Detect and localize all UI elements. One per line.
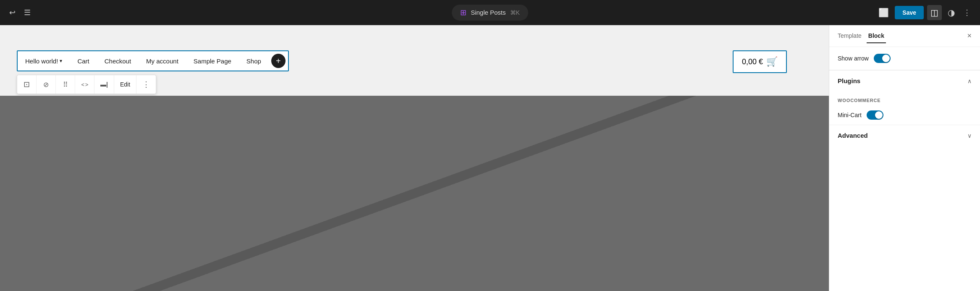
right-sidebar: Template Block × Show arrow Plugins ∧ WO…	[829, 25, 980, 291]
more-icon: ⋮	[963, 9, 971, 16]
cart-icon: 🛒	[766, 56, 778, 67]
block-drag-button[interactable]: ⠿	[56, 75, 75, 94]
save-button[interactable]: Save	[895, 6, 924, 19]
block-disable-button[interactable]: ⊘	[37, 75, 56, 94]
split-view-button[interactable]: ◫	[927, 5, 942, 20]
toolbar-right: ⬜ Save ◫ ◑ ⋮	[653, 5, 973, 20]
toolbar-center: ⊞ Single Posts ⌘K	[330, 5, 650, 21]
page-title: Single Posts	[471, 9, 506, 16]
contrast-icon: ◑	[948, 8, 955, 17]
more-options-button[interactable]: ⋮	[961, 6, 973, 19]
canvas-area: Hello world! ▾ Cart Checkout My account …	[0, 25, 829, 291]
toolbar-left: ↩ ☰	[7, 6, 327, 19]
top-toolbar: ↩ ☰ ⊞ Single Posts ⌘K ⬜ Save ◫ ◑ ⋮	[0, 0, 980, 25]
nav-item-checkout[interactable]: Checkout	[97, 52, 139, 70]
page-template-icon: ⊞	[460, 8, 466, 17]
split-view-icon: ◫	[930, 8, 938, 18]
nav-item-sample-page[interactable]: Sample Page	[186, 52, 239, 70]
disable-icon: ⊘	[43, 81, 49, 89]
block-arrows-button[interactable]: < >	[75, 75, 94, 94]
nav-item-my-account[interactable]: My account	[139, 52, 186, 70]
arrows-icon: < >	[81, 81, 88, 88]
undo-button[interactable]: ↩	[7, 6, 18, 19]
block-align-button[interactable]: ▬|	[94, 75, 114, 94]
plugins-section-header[interactable]: Plugins ∧	[829, 70, 980, 91]
drag-icon: ⠿	[63, 81, 68, 89]
mini-cart-row: Mini-Cart	[829, 105, 980, 125]
mini-cart-toggle[interactable]	[867, 110, 883, 120]
edit-label: Edit	[120, 81, 130, 88]
show-arrow-toggle[interactable]	[874, 54, 891, 63]
block-more-button[interactable]: ⋮	[136, 75, 156, 94]
woocommerce-label: WOOCOMMERCE	[838, 98, 881, 103]
keyboard-shortcut: ⌘K	[510, 9, 520, 16]
dropdown-arrow: ▾	[60, 58, 62, 64]
cart-widget[interactable]: 0,00 € 🛒	[733, 50, 787, 73]
nav-add-button[interactable]: +	[271, 54, 286, 68]
sidebar-content: Show arrow Plugins ∧ WOOCOMMERCE Mini-Ca…	[829, 47, 980, 291]
nav-bar: Hello world! ▾ Cart Checkout My account …	[17, 50, 289, 71]
contrast-button[interactable]: ◑	[945, 6, 957, 19]
plugins-title: Plugins	[838, 77, 860, 84]
tab-block[interactable]: Block	[867, 29, 886, 43]
more-options-icon: ⋮	[142, 80, 150, 89]
woocommerce-sub-header: WOOCOMMERCE	[829, 91, 980, 105]
page-title-pill[interactable]: ⊞ Single Posts ⌘K	[452, 5, 528, 21]
center-icon: ⊡	[24, 80, 30, 89]
nav-item-cart[interactable]: Cart	[70, 52, 97, 70]
block-type-button[interactable]: ⊡	[17, 75, 37, 94]
advanced-title: Advanced	[838, 132, 868, 139]
nav-item-shop[interactable]: Shop	[239, 52, 269, 70]
canvas-content	[0, 96, 829, 291]
sidebar-close-button[interactable]: ×	[965, 30, 973, 42]
mini-cart-label: Mini-Cart	[838, 112, 862, 118]
block-edit-button[interactable]: Edit	[114, 75, 136, 94]
desktop-icon: ⬜	[878, 8, 889, 17]
list-view-button[interactable]: ☰	[21, 6, 33, 19]
nav-item-hello-world[interactable]: Hello world! ▾	[18, 52, 70, 70]
desktop-view-button[interactable]: ⬜	[876, 6, 891, 19]
list-icon: ☰	[24, 9, 31, 16]
align-icon: ▬|	[100, 81, 108, 88]
show-arrow-label: Show arrow	[838, 55, 869, 62]
undo-icon: ↩	[9, 9, 16, 16]
sidebar-header: Template Block ×	[829, 25, 980, 47]
block-toolbar: ⊡ ⊘ ⠿ < > ▬| Edit ⋮	[17, 75, 156, 94]
show-arrow-row: Show arrow	[829, 47, 980, 70]
advanced-chevron-icon: ∨	[967, 132, 972, 139]
plugins-chevron-icon: ∧	[967, 78, 972, 84]
cart-price: 0,00 €	[742, 58, 763, 66]
tab-template[interactable]: Template	[836, 29, 863, 43]
advanced-section-header[interactable]: Advanced ∨	[829, 125, 980, 146]
main-area: Hello world! ▾ Cart Checkout My account …	[0, 25, 980, 291]
